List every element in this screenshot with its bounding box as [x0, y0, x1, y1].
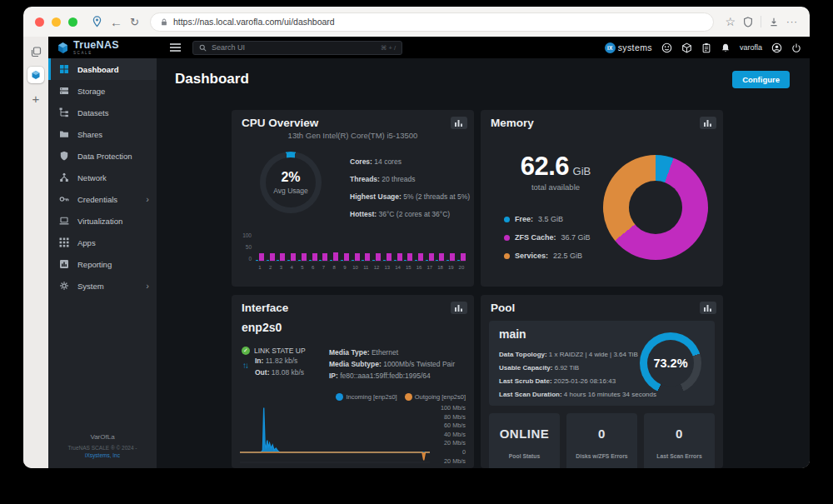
stat-label: Last Scrub Date: [499, 377, 552, 385]
sidebar-item-label: System [77, 282, 104, 291]
sidebar-item-storage[interactable]: Storage [48, 80, 157, 102]
brand-name: TrueNAS [73, 40, 119, 51]
x-tick: 5 [298, 265, 307, 270]
memory-legend: Free:3.5 GiB ZFS Cache:36.7 GiB Services… [504, 210, 591, 265]
sidebar-item-system[interactable]: System › [48, 275, 157, 297]
more-button[interactable]: ··· [786, 17, 798, 27]
interface-card-title: Interface [242, 302, 288, 314]
y-tick: 50 [246, 244, 252, 250]
memory-donut-hole [629, 181, 682, 234]
y-tick: 100 Mb/s [432, 404, 466, 413]
legend-item-zfs-cache: ZFS Cache:36.7 GiB [504, 228, 591, 247]
ixsystems-link[interactable]: iXsystems, Inc [48, 452, 157, 458]
window-zoom-button[interactable] [68, 17, 77, 27]
configure-button[interactable]: Configure [732, 71, 790, 88]
interface-card: Interface enp2s0 ✓LINK STATE UP ↑↓ In: 1… [232, 295, 474, 468]
legend-value: 3.5 GiB [538, 215, 563, 223]
truenas-logo-icon [57, 42, 69, 54]
box-value: 0 [644, 427, 715, 441]
sidebar-item-label: Dashboard [77, 65, 119, 74]
cpu-core-chart-plot [256, 235, 466, 262]
sidebar-item-label: Storage [77, 87, 105, 96]
sidebar-item-reporting[interactable]: Reporting [48, 253, 157, 275]
y-tick: 20 Mb/s [432, 439, 466, 448]
sidebar-item-apps[interactable]: Apps [48, 232, 157, 253]
tab-overview-icon[interactable] [31, 47, 42, 57]
address-bar[interactable]: https://nas.local.varofla.com/ui/dashboa… [150, 12, 715, 32]
legend-item-free: Free:3.5 GiB [504, 210, 591, 228]
stat-label: Media Subtype: [329, 360, 382, 368]
cpu-core-bar-group [394, 235, 402, 261]
stat-label: Cores: [350, 157, 372, 166]
pool-status-box: ONLINEPool Status [489, 413, 560, 468]
truecommand-icon[interactable] [681, 42, 692, 53]
sidebar-item-dashboard[interactable]: Dashboard [48, 58, 157, 80]
legend-item-incoming: Incoming [enp2s0] [336, 393, 397, 401]
traffic-arrows-icon: ↑↓ [242, 361, 247, 370]
y-tick: 0 [248, 256, 252, 262]
window-close-button[interactable] [35, 17, 44, 27]
cpu-core-bar-group [277, 235, 285, 261]
network-chart: 100 Mb/s 80 Mb/s 60 Mb/s 40 Mb/s 20 Mb/s… [240, 404, 466, 468]
legend-label: Services: [515, 252, 548, 260]
feedback-smiley-icon[interactable] [661, 42, 672, 53]
pool-name: main [499, 327, 526, 341]
shield-icon[interactable] [743, 17, 753, 27]
x-tick: 9 [341, 265, 349, 270]
jobs-clipboard-icon[interactable] [701, 42, 711, 53]
new-tab-button[interactable]: + [32, 92, 40, 105]
sidebar-item-network[interactable]: Network [48, 167, 157, 188]
active-tab-button[interactable] [27, 67, 44, 83]
cpu-avg-usage-gauge: 2% Avg Usage [260, 152, 322, 213]
x-tick: 3 [277, 265, 285, 270]
memory-card-title: Memory [491, 117, 534, 129]
ixsystems-logo[interactable]: iX systems [605, 42, 652, 53]
bookmark-star-button[interactable]: ☆ [725, 16, 736, 27]
stat-value: 6.92 TiB [555, 364, 579, 372]
interface-report-icon[interactable] [451, 302, 467, 314]
sidebar-item-credentials[interactable]: Credentials › [48, 188, 157, 210]
app-header: TrueNAS SCALE Search UI ⌘ + / iX systems [48, 37, 810, 58]
cpu-card-title: CPU Overview [242, 117, 318, 129]
sidebar-item-shares[interactable]: Shares [48, 123, 157, 145]
search-input[interactable]: Search UI ⌘ + / [192, 41, 402, 55]
back-button[interactable]: ← [110, 16, 122, 28]
pool-stats: Data Topology: 1 x RAIDZ2 | 4 wide | 3.6… [499, 348, 656, 402]
x-tick: 19 [446, 265, 455, 270]
cpu-core-bar-group [457, 235, 466, 261]
reporting-chart-icon [59, 259, 69, 269]
stat-label: IP: [329, 372, 338, 380]
sidebar-item-data-protection[interactable]: Data Protection [48, 145, 157, 167]
key-icon [59, 194, 69, 204]
network-chart-svg [240, 404, 430, 468]
window-minimize-button[interactable] [52, 17, 61, 27]
cpu-core-bar-group [446, 235, 455, 261]
alerts-bell-icon[interactable] [721, 42, 731, 53]
location-pin-icon[interactable] [92, 16, 102, 27]
x-tick: 10 [352, 265, 360, 270]
cpu-core-bar-group [415, 235, 423, 261]
interface-name: enp2s0 [242, 321, 282, 334]
cpu-report-icon[interactable] [451, 117, 467, 129]
reload-button[interactable]: ↻ [130, 17, 139, 27]
memory-report-icon[interactable] [700, 117, 716, 129]
power-icon[interactable] [791, 42, 801, 53]
sidebar-item-virtualization[interactable]: Virtualization [48, 210, 157, 232]
link-state-label: LINK STATE UP [254, 347, 306, 355]
pool-report-icon[interactable] [700, 302, 716, 314]
x-tick: 12 [372, 265, 381, 270]
account-icon[interactable] [771, 42, 782, 53]
pool-main-panel: main Data Topology: 1 x RAIDZ2 | 4 wide … [489, 321, 715, 406]
apps-grid-icon [59, 237, 69, 247]
memory-card: Memory 62.6 GiB total available Free:3.5… [481, 110, 723, 287]
stat-label: Highest Usage: [350, 192, 402, 201]
pool-gauge: 73.2% [640, 332, 701, 394]
download-icon[interactable] [769, 17, 779, 27]
menu-toggle-button[interactable] [170, 43, 181, 52]
x-tick: 13 [383, 265, 392, 270]
sidebar-item-datasets[interactable]: Datasets [48, 102, 157, 123]
search-icon [199, 44, 207, 52]
truenas-logo[interactable]: TrueNAS SCALE [57, 40, 165, 56]
y-tick: 60 Mb/s [432, 422, 466, 431]
box-label: Last Scan Errors [644, 453, 715, 459]
